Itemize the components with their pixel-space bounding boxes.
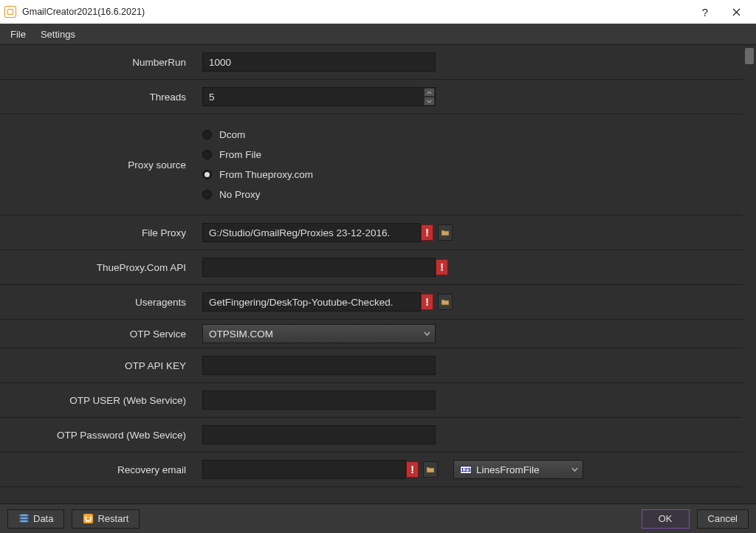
otp-api-key-input[interactable] xyxy=(202,356,436,375)
ok-button-label: OK xyxy=(659,513,673,524)
label-otp-api-key: OTP API KEY xyxy=(0,348,195,382)
row-proxy-source: Proxy source Dcom From File xyxy=(0,114,743,216)
window-title: GmailCreator2021(16.6.2021) xyxy=(22,7,690,17)
titlebar: GmailCreator2021(16.6.2021) ? xyxy=(0,0,756,24)
data-button-label: Data xyxy=(33,513,53,524)
row-otp-password: OTP Password (Web Sevice) xyxy=(0,418,743,453)
label-recovery-email: Recovery email xyxy=(0,453,195,486)
cancel-button-label: Cancel xyxy=(708,513,738,524)
file-proxy-input[interactable] xyxy=(202,223,421,242)
app-window: GmailCreator2021(16.6.2021) ? File Setti… xyxy=(0,0,756,533)
otp-user-input[interactable] xyxy=(202,391,436,410)
bottom-bar: Data Restart OK Cancel xyxy=(0,503,756,533)
restart-button-label: Restart xyxy=(97,513,128,524)
radio-no-proxy[interactable]: No Proxy xyxy=(202,189,313,200)
radio-dot-icon xyxy=(202,190,212,199)
folder-icon xyxy=(426,465,435,474)
radio-dot-icon xyxy=(202,170,212,179)
label-proxy-source: Proxy source xyxy=(0,114,195,215)
chevron-down-icon xyxy=(427,100,432,103)
label-otp-user: OTP USER (Web Service) xyxy=(0,383,195,417)
recovery-mode-value: LinesFromFile xyxy=(476,464,540,475)
radio-label-no-proxy: No Proxy xyxy=(219,189,261,200)
otp-service-select[interactable]: OTPSIM.COM xyxy=(202,324,436,343)
label-otp-service: OTP Service xyxy=(0,320,195,348)
row-file-proxy: File Proxy ! xyxy=(0,216,743,250)
useragents-browse-button[interactable] xyxy=(438,294,453,310)
threads-step-down[interactable] xyxy=(424,97,435,106)
warning-icon: ! xyxy=(421,294,433,310)
label-threads: Threads xyxy=(0,80,195,114)
row-number-run: NumberRun xyxy=(0,45,743,80)
folder-icon xyxy=(441,298,450,306)
close-button[interactable] xyxy=(721,0,752,24)
recovery-mode-select[interactable]: 123 LinesFromFile xyxy=(453,460,583,479)
radio-dot-icon xyxy=(202,150,212,159)
threads-step-up[interactable] xyxy=(424,88,435,97)
menubar: File Settings xyxy=(0,24,756,44)
otp-password-input[interactable] xyxy=(202,425,436,444)
menu-file[interactable]: File xyxy=(4,26,32,43)
label-thueproxy-api: ThueProxy.Com API xyxy=(0,250,195,284)
recovery-email-input[interactable] xyxy=(202,460,406,479)
lines-icon: 123 xyxy=(460,466,472,474)
scrollbar-thumb[interactable] xyxy=(745,48,754,64)
close-icon xyxy=(732,8,740,16)
label-otp-password: OTP Password (Web Sevice) xyxy=(0,418,195,452)
data-button[interactable]: Data xyxy=(7,509,64,529)
vertical-scrollbar[interactable] xyxy=(743,45,756,503)
row-otp-user: OTP USER (Web Service) xyxy=(0,383,743,418)
label-number-run: NumberRun xyxy=(0,45,195,79)
chevron-up-icon xyxy=(427,91,432,94)
question-icon: ? xyxy=(702,6,708,18)
app-icon xyxy=(4,6,16,18)
useragents-input[interactable] xyxy=(202,292,421,312)
threads-stepper[interactable] xyxy=(424,88,435,106)
form-scroll: NumberRun Threads xyxy=(0,45,743,503)
file-proxy-browse-button[interactable] xyxy=(438,224,453,241)
folder-icon xyxy=(441,228,450,237)
chevron-down-icon xyxy=(571,467,578,472)
radio-from-thueproxy[interactable]: From Thueproxy.com xyxy=(202,169,313,180)
radio-label-from-file: From File xyxy=(219,149,261,160)
label-useragents: Useragents xyxy=(0,285,195,319)
number-run-input[interactable] xyxy=(202,52,436,72)
thueproxy-api-input[interactable] xyxy=(202,258,436,277)
chevron-down-icon xyxy=(424,331,430,336)
radio-dcom[interactable]: Dcom xyxy=(202,129,313,140)
menu-settings[interactable]: Settings xyxy=(35,26,81,43)
restart-button[interactable]: Restart xyxy=(72,509,140,529)
form-area: NumberRun Threads xyxy=(0,44,756,503)
row-thueproxy-api: ThueProxy.Com API ! xyxy=(0,250,743,285)
warning-icon: ! xyxy=(421,224,433,241)
row-recovery-email: Recovery email ! 123 LinesFromFile xyxy=(0,453,743,487)
row-threads: Threads xyxy=(0,80,743,114)
radio-label-from-thue: From Thueproxy.com xyxy=(219,169,313,180)
label-file-proxy: File Proxy xyxy=(0,216,195,250)
cancel-button[interactable]: Cancel xyxy=(697,509,749,529)
warning-icon: ! xyxy=(436,259,448,275)
ok-button[interactable]: OK xyxy=(642,509,690,529)
database-icon xyxy=(18,514,29,524)
radio-label-dcom: Dcom xyxy=(219,129,245,140)
row-useragents: Useragents ! xyxy=(0,285,743,320)
help-button[interactable]: ? xyxy=(690,0,721,24)
recovery-email-browse-button[interactable] xyxy=(423,461,438,478)
radio-dot-icon xyxy=(202,130,212,140)
warning-icon: ! xyxy=(406,461,419,478)
row-otp-service: OTP Service OTPSIM.COM xyxy=(0,320,743,348)
restart-icon xyxy=(83,514,93,524)
threads-input[interactable] xyxy=(202,87,436,106)
row-otp-api-key: OTP API KEY xyxy=(0,348,743,383)
otp-service-value: OTPSIM.COM xyxy=(209,329,273,340)
radio-from-file[interactable]: From File xyxy=(202,149,313,160)
